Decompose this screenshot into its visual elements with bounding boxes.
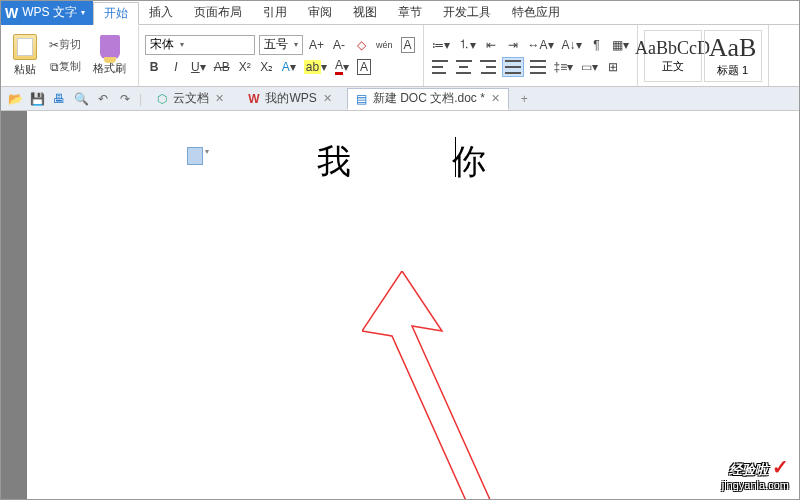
style-preview: AaB (709, 33, 757, 63)
show-marks-button[interactable]: ¶ (588, 35, 606, 55)
tab-label: 视图 (353, 4, 377, 21)
new-tab-button[interactable]: + (515, 92, 534, 106)
style-heading1[interactable]: AaB 标题 1 (704, 30, 762, 82)
separator: | (139, 92, 142, 106)
chevron-down-icon: ▾ (567, 60, 573, 74)
indent-icon: ⇥ (508, 38, 518, 52)
tabs-button[interactable]: ⊞ (604, 57, 622, 77)
align-left-icon (432, 60, 448, 74)
italic-button[interactable]: I (167, 57, 185, 77)
sort-button[interactable]: A↓▾ (560, 35, 584, 55)
close-icon[interactable]: ✕ (491, 92, 500, 105)
tab-developer[interactable]: 开发工具 (433, 1, 502, 25)
char-scale-button[interactable]: ↔A▾ (526, 35, 556, 55)
increase-font-button[interactable]: A+ (307, 35, 326, 55)
print-preview-icon[interactable]: 🔍 (73, 91, 89, 107)
sort-icon: A↓ (562, 38, 576, 52)
align-left-button[interactable] (430, 57, 450, 77)
distribute-button[interactable] (528, 57, 548, 77)
underline-button[interactable]: U▾ (189, 57, 208, 77)
char-shading-button[interactable]: A (399, 35, 417, 55)
indent-button[interactable]: ⇥ (504, 35, 522, 55)
border-icon: A (357, 59, 371, 75)
tab-review[interactable]: 审阅 (298, 1, 343, 25)
quick-access-toolbar: 📂 💾 🖶 🔍 ↶ ↷ | ⬡ 云文档 ✕ W 我的WPS ✕ ▤ 新建 DOC… (1, 87, 799, 111)
text-effects-button[interactable]: A▾ (280, 57, 298, 77)
paste-button[interactable]: 粘贴 (7, 32, 43, 79)
pilcrow-icon: ¶ (593, 38, 599, 52)
borders-button[interactable]: ▦▾ (610, 35, 631, 55)
group-clipboard: 粘贴 ✂ 剪切 ⧉ 复制 格式刷 (1, 25, 139, 86)
menu-bar: W WPS 文字 ▾ 开始 插入 页面布局 引用 审阅 视图 章节 开发工具 特… (1, 1, 799, 25)
align-center-icon (456, 60, 472, 74)
cut-button[interactable]: ✂ 剪切 (47, 35, 83, 55)
outdent-icon: ⇤ (486, 38, 496, 52)
numbering-button[interactable]: ⒈▾ (456, 35, 478, 55)
scale-icon: ↔A (528, 38, 548, 52)
align-center-button[interactable] (454, 57, 474, 77)
tab-home[interactable]: 开始 (93, 2, 139, 26)
undo-icon[interactable]: ↶ (95, 91, 111, 107)
chevron-down-icon: ▾ (623, 38, 629, 52)
align-right-button[interactable] (478, 57, 498, 77)
align-justify-icon (505, 60, 521, 74)
chevron-down-icon: ▾ (470, 38, 476, 52)
clear-formatting-button[interactable]: ◇ (352, 35, 370, 55)
scissors-icon: ✂ (49, 38, 59, 52)
close-icon[interactable]: ✕ (323, 92, 332, 105)
bullets-button[interactable]: ≔▾ (430, 35, 452, 55)
format-painter-button[interactable]: 格式刷 (87, 33, 132, 78)
save-icon[interactable]: 💾 (29, 91, 45, 107)
app-logo-icon: W (5, 5, 18, 21)
format-painter-label: 格式刷 (93, 61, 126, 76)
tab-section[interactable]: 章节 (388, 1, 433, 25)
font-size-combo[interactable]: 五号▾ (259, 35, 303, 55)
tab-references[interactable]: 引用 (253, 1, 298, 25)
document-page[interactable]: ▾ 我 你 (27, 111, 799, 499)
phonetic-guide-button[interactable]: wén (374, 35, 395, 55)
a-plus-icon: A+ (309, 38, 324, 52)
copy-label: 复制 (59, 59, 81, 74)
tab-page-layout[interactable]: 页面布局 (184, 1, 253, 25)
tab-label: 引用 (263, 4, 287, 21)
outdent-button[interactable]: ⇤ (482, 35, 500, 55)
highlight-icon: ab (304, 60, 321, 74)
chevron-down-icon: ▾ (200, 60, 206, 74)
doc-tab-label: 新建 DOC 文档.doc * (373, 90, 485, 107)
chevron-down-icon[interactable]: ▾ (205, 147, 209, 156)
align-justify-button[interactable] (502, 57, 524, 77)
style-normal[interactable]: AaBbCcD 正文 (644, 30, 702, 82)
bold-button[interactable]: B (145, 57, 163, 77)
open-icon[interactable]: 📂 (7, 91, 23, 107)
chevron-down-icon: ▾ (548, 38, 554, 52)
group-font: 宋体▾ 五号▾ A+ A- ◇ wén A B I U▾ AB X² X₂ A▾… (139, 25, 424, 86)
char-border-button[interactable]: A (355, 57, 373, 77)
line-spacing-button[interactable]: ‡≡▾ (552, 57, 576, 77)
check-icon: ✓ (772, 456, 789, 478)
doc-tab-cloud[interactable]: ⬡ 云文档 ✕ (148, 88, 233, 110)
app-name: WPS 文字 (22, 4, 77, 21)
copy-button[interactable]: ⧉ 复制 (47, 57, 83, 77)
tab-view[interactable]: 视图 (343, 1, 388, 25)
highlight-button[interactable]: ab▾ (302, 57, 329, 77)
close-icon[interactable]: ✕ (215, 92, 224, 105)
tab-insert[interactable]: 插入 (139, 1, 184, 25)
subscript-button[interactable]: X₂ (258, 57, 276, 77)
section-icon[interactable] (187, 147, 203, 165)
shading-button[interactable]: ▭▾ (579, 57, 600, 77)
paste-label: 粘贴 (14, 62, 36, 77)
font-family-combo[interactable]: 宋体▾ (145, 35, 255, 55)
strikethrough-button[interactable]: AB (212, 57, 232, 77)
doc-tab-mywps[interactable]: W 我的WPS ✕ (239, 88, 341, 110)
font-color-button[interactable]: A▾ (333, 57, 351, 77)
superscript-button[interactable]: X² (236, 57, 254, 77)
tab-special[interactable]: 特色应用 (502, 1, 571, 25)
tab-label: 开发工具 (443, 4, 491, 21)
redo-icon[interactable]: ↷ (117, 91, 133, 107)
subscript-icon: X₂ (260, 60, 273, 74)
print-icon[interactable]: 🖶 (51, 91, 67, 107)
decrease-font-button[interactable]: A- (330, 35, 348, 55)
line-spacing-icon: ‡≡ (554, 60, 568, 74)
doc-tab-current[interactable]: ▤ 新建 DOC 文档.doc * ✕ (347, 88, 509, 110)
app-badge[interactable]: W WPS 文字 ▾ (1, 1, 93, 25)
